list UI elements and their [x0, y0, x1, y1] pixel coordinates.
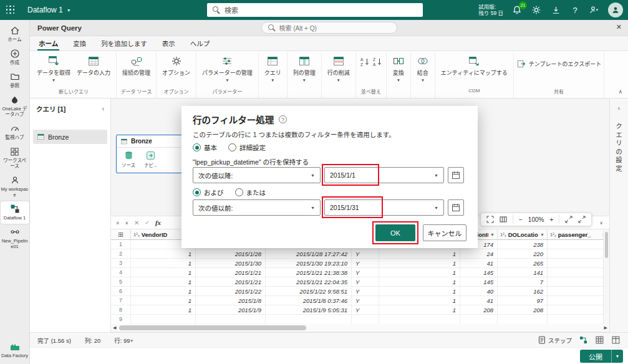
cell[interactable]: Y — [352, 305, 379, 315]
step-source[interactable]: ソース — [122, 150, 135, 168]
tab-help[interactable]: ヘルプ — [189, 39, 211, 50]
cell[interactable] — [548, 277, 609, 287]
workspace-title-menu[interactable]: Dataflow 1 ▼ — [27, 6, 71, 14]
grid-view-icon[interactable] — [594, 335, 604, 345]
cell[interactable]: 1 — [131, 259, 196, 268]
cell[interactable]: 208 — [498, 305, 548, 315]
step-navigation[interactable]: ナビ... — [144, 150, 157, 168]
tab-view[interactable]: 表示 — [161, 39, 176, 50]
filter-icon[interactable]: ▼ — [490, 232, 495, 237]
cell[interactable]: 2015/1/8 — [196, 296, 266, 305]
settings-button[interactable] — [531, 4, 542, 16]
radio-basic[interactable]: 基本 — [193, 143, 217, 152]
radio-advanced[interactable]: 詳細設定 — [228, 143, 266, 152]
cell[interactable] — [196, 315, 266, 323]
cell[interactable]: Y — [352, 287, 379, 296]
step-down-icon[interactable]: ∨ — [125, 220, 129, 226]
split-view-icon[interactable] — [611, 335, 621, 345]
sidebar-item-workspaces[interactable]: ワークスペース — [1, 144, 29, 172]
cancel-button[interactable]: キャンセル — [423, 224, 466, 241]
cell[interactable]: 265 — [498, 259, 548, 268]
cell[interactable]: 1 — [379, 277, 460, 287]
collapse-panel-icon[interactable]: ‹ — [102, 105, 104, 112]
close-icon[interactable]: ✕ — [616, 23, 622, 31]
diagram-view-icon[interactable] — [578, 335, 588, 345]
radio-and[interactable]: および — [193, 188, 224, 197]
cell[interactable]: 220 — [498, 249, 548, 259]
cell[interactable]: 40 — [460, 287, 498, 296]
scrollbar-thumb[interactable] — [119, 325, 306, 330]
app-launcher-button[interactable] — [0, 0, 21, 20]
cell[interactable]: 141 — [498, 268, 548, 277]
manage-parameters-button[interactable]: パラメーターの管理 ▼ — [199, 52, 256, 82]
cell[interactable]: 24 — [460, 249, 498, 259]
map-to-entity-button[interactable]: エンティティにマップする — [438, 52, 511, 77]
cell[interactable]: 2015/1/30 — [196, 259, 266, 268]
cell[interactable]: 2015/1/28 17:27:42 — [266, 249, 352, 259]
feedback-button[interactable] — [589, 4, 600, 16]
operator1-dropdown[interactable]: 次の値以降: ▼ — [193, 167, 321, 183]
cancel-formula-icon[interactable]: ✕ — [134, 219, 139, 226]
cell[interactable]: Y — [352, 277, 379, 287]
cell[interactable]: 41 — [460, 296, 498, 305]
select-all-corner[interactable]: ⊞ — [111, 229, 131, 240]
cell[interactable]: Y — [352, 249, 379, 259]
cell[interactable] — [498, 315, 548, 323]
horizontal-scrollbar[interactable]: ◀ ▶ — [111, 323, 609, 332]
cell[interactable] — [548, 287, 609, 296]
downloads-button[interactable] — [550, 4, 561, 16]
enter-data-button[interactable]: データの入力 — [74, 52, 114, 77]
cell[interactable] — [379, 315, 460, 323]
global-search-input[interactable]: 検索 — [207, 3, 423, 17]
cell[interactable]: 1 — [131, 296, 196, 305]
sort-ascending-button[interactable]: AZ — [359, 55, 371, 68]
sort-descending-button[interactable]: ZA — [371, 55, 384, 68]
column-header[interactable]: 1²₃DOLocationID▼ — [498, 229, 548, 240]
cell[interactable]: 145 — [460, 277, 498, 287]
operator2-dropdown[interactable]: 次の値以前: ▼ — [193, 199, 321, 216]
cell[interactable]: Y — [352, 296, 379, 305]
publish-button[interactable]: 公開 — [580, 350, 611, 363]
commit-formula-icon[interactable]: ✓ — [145, 219, 150, 226]
tab-home[interactable]: ホーム — [37, 39, 59, 50]
steps-button[interactable]: ステップ — [538, 336, 572, 345]
cell[interactable]: 1 — [379, 249, 460, 259]
export-template-button[interactable]: テンプレートのエクスポート — [516, 57, 601, 70]
cell[interactable]: 2015/1/28 — [196, 249, 266, 259]
cell[interactable]: 1 — [131, 249, 196, 259]
combine-button[interactable]: 結合 ▼ — [413, 52, 432, 82]
value1-input[interactable]: 2015/1/1 ▼ — [324, 167, 444, 183]
cell[interactable]: 41 — [460, 259, 498, 268]
cell[interactable]: 1 — [131, 305, 196, 315]
sidebar-item-data-factory[interactable]: Data Factory — [1, 339, 29, 362]
cell[interactable]: 1 — [379, 296, 460, 305]
cell[interactable] — [352, 315, 379, 323]
cell[interactable]: Y — [352, 268, 379, 277]
cell[interactable] — [131, 315, 196, 323]
zoom-level[interactable]: 100% — [528, 216, 544, 223]
sidebar-item-home[interactable]: ホーム — [1, 23, 29, 46]
cell[interactable] — [460, 315, 498, 323]
cell[interactable]: Y — [352, 259, 379, 268]
fit-to-screen-icon[interactable] — [486, 216, 494, 223]
tab-transform[interactable]: 変換 — [72, 39, 87, 50]
cell[interactable]: 1 — [379, 287, 460, 296]
cell[interactable]: 2015/1/21 22:04:35 — [266, 277, 352, 287]
mini-map-icon[interactable] — [500, 216, 507, 223]
options-button[interactable]: オプション — [159, 52, 193, 77]
collapse-all-icon[interactable] — [565, 216, 572, 223]
cell[interactable]: 145 — [460, 268, 498, 277]
cell[interactable]: 2015/1/22 9:58:51 — [266, 287, 352, 296]
sidebar-item-new-pipeline[interactable]: New_Pipeline01 — [1, 224, 29, 252]
query-button[interactable]: クエリ ▼ — [261, 52, 284, 82]
cell[interactable]: 2015/1/9 — [196, 305, 266, 315]
vertical-scrollbar[interactable] — [603, 230, 609, 323]
column-header[interactable]: 1²₃passenger_▼ — [548, 229, 609, 240]
step-up-icon[interactable]: ∧ — [116, 220, 120, 226]
cell[interactable] — [548, 296, 609, 305]
cell[interactable]: 2015/1/21 21:38:38 — [266, 268, 352, 277]
cell[interactable]: 7 — [498, 277, 548, 287]
cell[interactable]: 208 — [460, 305, 498, 315]
cell[interactable]: 97 — [498, 296, 548, 305]
expand-all-icon[interactable] — [578, 216, 586, 223]
